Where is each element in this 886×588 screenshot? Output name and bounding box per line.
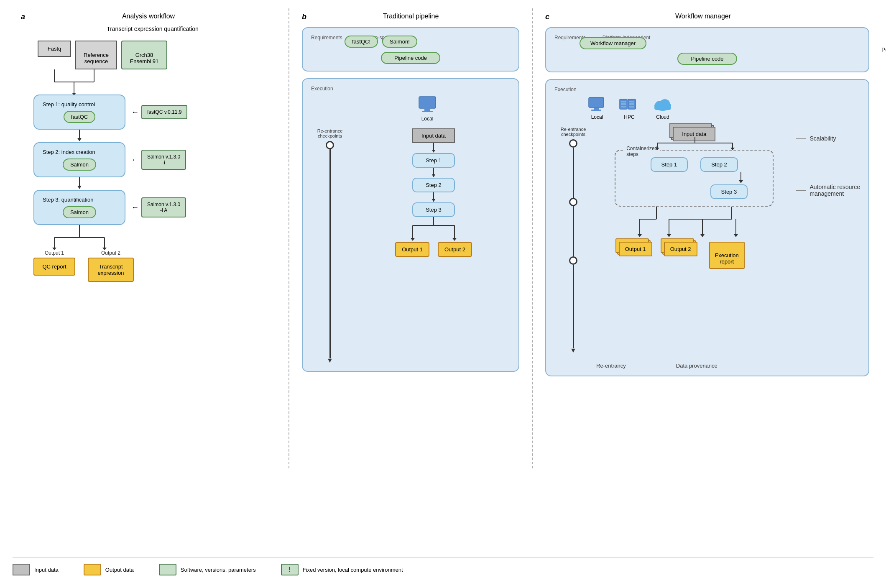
panel-b-title: Traditional pipeline [383, 13, 447, 20]
b-input-data: Input data [412, 128, 455, 143]
input-fastq: Fastq [38, 41, 71, 57]
b-step3: Step 3 [412, 202, 455, 217]
step3-param: Salmon v.1.3.0 -l A [141, 197, 186, 217]
b-req-tool2: Salmon! [382, 36, 417, 48]
step2-param: Salmon v.1.3.0 -i [141, 150, 186, 170]
b-checkpoint-label: Re-entrance checkpoints [317, 128, 343, 138]
svg-marker-28 [411, 238, 415, 241]
svg-marker-57 [638, 234, 642, 237]
svg-marker-61 [667, 234, 671, 237]
c-pipeline-code: Pipeline code [677, 53, 737, 65]
step1-tool: fastQC [64, 111, 95, 123]
panel-c-label: c [545, 13, 549, 21]
input-ref: Reference sequence [75, 41, 117, 69]
svg-rect-37 [621, 106, 626, 107]
svg-rect-40 [629, 103, 634, 105]
svg-marker-49 [655, 148, 659, 150]
step1-param: fastQC v.0.11.9 [141, 105, 187, 119]
hpc-icon [619, 97, 640, 112]
b-exec-title: Execution [311, 86, 510, 92]
svg-marker-8 [77, 186, 82, 189]
divider-ab [289, 8, 289, 468]
b-pipeline-code: Pipeline code [381, 52, 440, 64]
c-auto-resource: Automatic resource management [809, 184, 860, 197]
legend-software: Software, versions, parameters [159, 564, 256, 575]
c-output2: Output 2 [664, 242, 697, 256]
b-step1: Step 1 [412, 153, 455, 168]
step2-tool: Salmon [63, 159, 96, 171]
svg-marker-65 [734, 234, 738, 237]
c-exec-box: Execution Local [545, 79, 869, 376]
panel-a-subtitle: Transcript expression quantification [29, 26, 276, 32]
legend-input: Input data [13, 564, 59, 575]
svg-marker-51 [730, 148, 735, 150]
b-output1: Output 1 [395, 242, 429, 257]
svg-rect-31 [589, 97, 604, 107]
svg-rect-35 [621, 101, 626, 102]
c-exec-title: Execution [554, 87, 860, 92]
step3-box: Step 3: quantification Salmon [33, 190, 125, 225]
step1-box: Step 1: quality control fastQC [33, 95, 125, 130]
svg-rect-32 [594, 107, 599, 110]
c-exec-report: Execution report [709, 242, 745, 269]
b-req-title: Requirements [311, 35, 342, 41]
step2-title: Step 2: index creation [43, 149, 116, 155]
output2-box: Transcript expression [88, 258, 134, 282]
panel-c-title: Workflow manager [675, 13, 748, 20]
c-step2: Step 2 [700, 157, 738, 172]
panel-a: a Analysis workflow Transcript expressio… [8, 8, 284, 468]
output1-box: QC report [33, 258, 75, 276]
c-cloud-label: Cloud [656, 114, 669, 120]
svg-rect-36 [621, 103, 626, 105]
step1-title: Step 1: quality control [43, 101, 116, 107]
c-step3: Step 3 [710, 184, 748, 199]
svg-rect-18 [422, 111, 433, 112]
panel-a-label: a [21, 13, 25, 21]
svg-marker-24 [432, 199, 435, 202]
b-step2: Step 2 [412, 178, 455, 192]
svg-rect-17 [424, 108, 430, 111]
c-output1: Output 1 [619, 242, 652, 256]
cloud-icon [652, 97, 673, 112]
panel-a-title: Analysis workflow [122, 13, 183, 20]
b-exec-box: Execution Local [302, 78, 519, 372]
c-hpc-label: HPC [624, 114, 634, 120]
svg-rect-39 [629, 101, 634, 102]
panel-c: c Workflow manager Requirements Platform… [537, 8, 878, 468]
b-output2: Output 2 [438, 242, 472, 257]
c-scalability: Scalability [809, 135, 836, 142]
svg-marker-53 [739, 180, 743, 183]
c-step1: Step 1 [651, 157, 688, 172]
step3-title: Step 3: quantification [43, 197, 116, 203]
b-local-label: Local [421, 116, 434, 122]
monitor-icon [417, 96, 438, 114]
c-local-label: Local [591, 114, 603, 120]
step2-box: Step 2: index creation Salmon [33, 142, 125, 177]
step3-tool: Salmon [63, 206, 96, 218]
c-checkpoint-label: Re-entrance checkpoints [561, 127, 586, 137]
legend-bar: Input data Output data Software, version… [13, 557, 873, 575]
step2-arrow-left: ← [131, 156, 139, 164]
svg-rect-16 [419, 97, 436, 108]
input-grch: Grch38 Ensembl 91 [121, 41, 167, 69]
panel-b-label: b [302, 13, 306, 21]
step3-arrow-left: ← [131, 203, 139, 212]
svg-marker-22 [432, 174, 435, 177]
output1-label: Output 1 [45, 250, 64, 256]
b-req-box: Requirements Platform-specific fastQC! S… [302, 27, 519, 72]
svg-rect-41 [629, 106, 634, 107]
output2-label: Output 2 [101, 250, 120, 256]
portability-label: Portability [881, 46, 886, 53]
c-data-provenance: Data provenance [676, 363, 717, 369]
divider-bc [532, 8, 533, 468]
c-monitor-icon [588, 97, 606, 112]
legend-output: Output data [84, 564, 134, 575]
c-req-box: Requirements Platform-independent Workfl… [545, 27, 869, 72]
c-re-entrancy: Re-entrancy [596, 363, 626, 369]
svg-rect-45 [654, 106, 671, 110]
legend-fixed: ! Fixed version, local compute environme… [281, 564, 403, 575]
b-req-tool1: fastQC! [345, 36, 378, 48]
panel-b: b Traditional pipeline Requirements Plat… [294, 8, 528, 468]
c-req-wf: Workflow manager [580, 37, 646, 49]
svg-marker-63 [700, 234, 705, 237]
